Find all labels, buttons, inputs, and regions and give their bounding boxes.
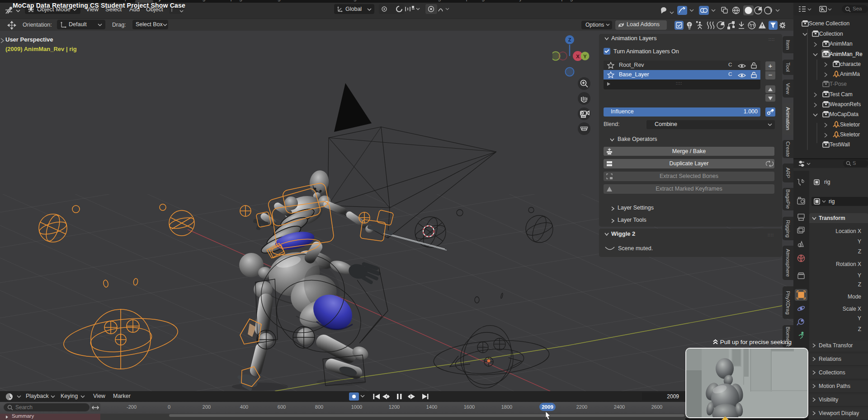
svg-text:Y: Y <box>583 54 587 59</box>
svg-text:Z: Z <box>568 37 571 42</box>
svg-text:X: X <box>576 54 580 59</box>
